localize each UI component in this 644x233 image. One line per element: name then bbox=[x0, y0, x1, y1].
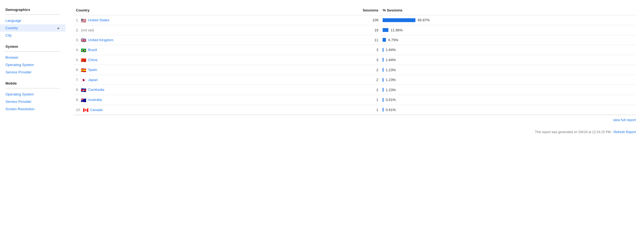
country-flag-1: 🇺🇸 bbox=[81, 19, 86, 22]
chevron-right-icon: ► bbox=[57, 26, 60, 30]
sessions-cell-10: 1 bbox=[281, 105, 380, 115]
sidebar-section-demographics: Demographics bbox=[0, 5, 66, 13]
sidebar-divider-system bbox=[5, 51, 60, 52]
percent-cell-8: 1.23% bbox=[380, 85, 636, 95]
percent-text-5: 1.84% bbox=[386, 58, 396, 62]
country-flag-5: 🇨🇳 bbox=[81, 58, 86, 62]
percent-text-4: 1.84% bbox=[386, 48, 396, 52]
row-number-9: 9. bbox=[76, 98, 80, 102]
sidebar-divider-mobile bbox=[5, 88, 60, 88]
bar-container-1: 66.87% bbox=[383, 18, 634, 22]
bar-1 bbox=[383, 18, 415, 22]
percent-text-1: 66.87% bbox=[418, 18, 430, 22]
percent-cell-1: 66.87% bbox=[380, 15, 636, 25]
rank-cell-5: 5. 🇨🇳China bbox=[74, 55, 281, 65]
row-number-6: 6. bbox=[76, 68, 80, 72]
sidebar-item-mobile-os[interactable]: Operating System bbox=[0, 91, 66, 98]
sessions-cell-3: 11 bbox=[281, 35, 380, 45]
bar-2 bbox=[383, 28, 388, 32]
sidebar-section-mobile: Mobile bbox=[0, 79, 66, 87]
country-link-1[interactable]: United States bbox=[88, 18, 109, 22]
country-link-7[interactable]: Japan bbox=[88, 78, 98, 82]
percent-cell-2: 11.66% bbox=[380, 25, 636, 35]
table-row: 7. 🇯🇵Japan 2 1.23% bbox=[74, 75, 636, 85]
percent-cell-4: 1.84% bbox=[380, 45, 636, 55]
percent-cell-10: 0.61% bbox=[380, 105, 636, 115]
country-flag-6: 🇪🇸 bbox=[81, 68, 86, 72]
bar-thin-7 bbox=[383, 78, 383, 82]
sessions-cell-7: 2 bbox=[281, 75, 380, 85]
column-header-percent: % Sessions bbox=[380, 5, 636, 15]
row-number-10: 10. bbox=[76, 108, 82, 112]
sessions-cell-4: 3 bbox=[281, 45, 380, 55]
country-link-5[interactable]: China bbox=[88, 58, 97, 62]
bar-container-4: 1.84% bbox=[383, 48, 634, 52]
country-link-9[interactable]: Australia bbox=[88, 98, 102, 102]
table-row: 1. 🇺🇸United States 109 66.87% bbox=[74, 15, 636, 25]
bar-thin-6 bbox=[383, 68, 383, 72]
table-row: 8. 🇰🇭Cambodia 2 1.23% bbox=[74, 85, 636, 95]
row-number-7: 7. bbox=[76, 78, 80, 82]
country-link-3[interactable]: United Kingdom bbox=[88, 38, 113, 42]
view-full-report-row: view full report bbox=[74, 115, 636, 125]
view-full-report-link[interactable]: view full report bbox=[613, 118, 636, 122]
percent-cell-9: 0.61% bbox=[380, 95, 636, 105]
sessions-cell-2: 19 bbox=[281, 25, 380, 35]
country-flag-8: 🇰🇭 bbox=[81, 88, 86, 92]
table-row: 6. 🇪🇸Spain 2 1.23% bbox=[74, 65, 636, 75]
country-link-8[interactable]: Cambodia bbox=[88, 88, 104, 92]
rank-cell-3: 3. 🇬🇧United Kingdom bbox=[74, 35, 281, 45]
table-row: 3. 🇬🇧United Kingdom 11 6.75% bbox=[74, 35, 636, 45]
sidebar-item-browser[interactable]: Browser bbox=[0, 54, 66, 61]
country-name-2: (not set) bbox=[81, 28, 94, 32]
percent-text-3: 6.75% bbox=[388, 38, 398, 42]
bar-container-7: 1.23% bbox=[383, 78, 634, 82]
rank-cell-2: 2. (not set) bbox=[74, 25, 281, 35]
sessions-cell-8: 2 bbox=[281, 85, 380, 95]
country-link-10[interactable]: Canada bbox=[90, 108, 103, 112]
bar-container-10: 0.61% bbox=[383, 108, 634, 112]
sidebar-item-language[interactable]: Language bbox=[0, 17, 66, 24]
sidebar-item-city[interactable]: City bbox=[0, 32, 66, 39]
country-link-6[interactable]: Spain bbox=[88, 68, 97, 72]
percent-text-7: 1.23% bbox=[386, 78, 396, 82]
bar-container-5: 1.84% bbox=[383, 58, 634, 62]
bar-thin-9 bbox=[383, 98, 383, 102]
percent-text-8: 1.23% bbox=[386, 88, 396, 92]
country-flag-10: 🇨🇦 bbox=[83, 108, 88, 112]
generated-text: This report was generated on 5/6/16 at 1… bbox=[535, 130, 613, 134]
sidebar-divider-demographics bbox=[5, 14, 60, 15]
rank-cell-9: 9. 🇦🇺Australia bbox=[74, 95, 281, 105]
row-number-8: 8. bbox=[76, 88, 80, 92]
rank-cell-6: 6. 🇪🇸Spain bbox=[74, 65, 281, 75]
table-row: 10. 🇨🇦Canada 1 0.61% bbox=[74, 105, 636, 115]
bar-container-9: 0.61% bbox=[383, 98, 634, 102]
country-flag-4: 🇧🇷 bbox=[81, 48, 86, 52]
bar-thin-4 bbox=[383, 48, 383, 52]
sidebar-item-screen-resolution[interactable]: Screen Resolution bbox=[0, 105, 66, 113]
sidebar-item-service-provider[interactable]: Service Provider bbox=[0, 68, 66, 76]
table-row: 2. (not set) 19 11.66% bbox=[74, 25, 636, 35]
report-footer: This report was generated on 5/6/16 at 1… bbox=[74, 130, 636, 134]
rank-cell-1: 1. 🇺🇸United States bbox=[74, 15, 281, 25]
sidebar: Demographics Language Country ► City Sys… bbox=[0, 0, 66, 233]
percent-cell-6: 1.23% bbox=[380, 65, 636, 75]
sessions-cell-1: 109 bbox=[281, 15, 380, 25]
rank-cell-10: 10. 🇨🇦Canada bbox=[74, 105, 281, 115]
refresh-report-link[interactable]: Refresh Report bbox=[614, 130, 636, 134]
sidebar-section-system: System bbox=[0, 42, 66, 50]
percent-text-6: 1.23% bbox=[386, 68, 396, 72]
report-table: Country Sessions % Sessions 1. 🇺🇸United … bbox=[74, 5, 636, 115]
row-number-4: 4. bbox=[76, 48, 80, 52]
column-header-country: Country bbox=[74, 5, 281, 15]
sidebar-item-operating-system[interactable]: Operating System bbox=[0, 61, 66, 68]
table-row: 5. 🇨🇳China 3 1.84% bbox=[74, 55, 636, 65]
sidebar-item-country[interactable]: Country ► bbox=[0, 24, 66, 32]
table-row: 9. 🇦🇺Australia 1 0.61% bbox=[74, 95, 636, 105]
sidebar-item-mobile-service-provider[interactable]: Service Provider bbox=[0, 98, 66, 105]
bar-3 bbox=[383, 38, 386, 42]
rank-cell-8: 8. 🇰🇭Cambodia bbox=[74, 85, 281, 95]
country-link-4[interactable]: Brazil bbox=[88, 48, 97, 52]
sessions-cell-9: 1 bbox=[281, 95, 380, 105]
percent-text-10: 0.61% bbox=[386, 108, 396, 112]
